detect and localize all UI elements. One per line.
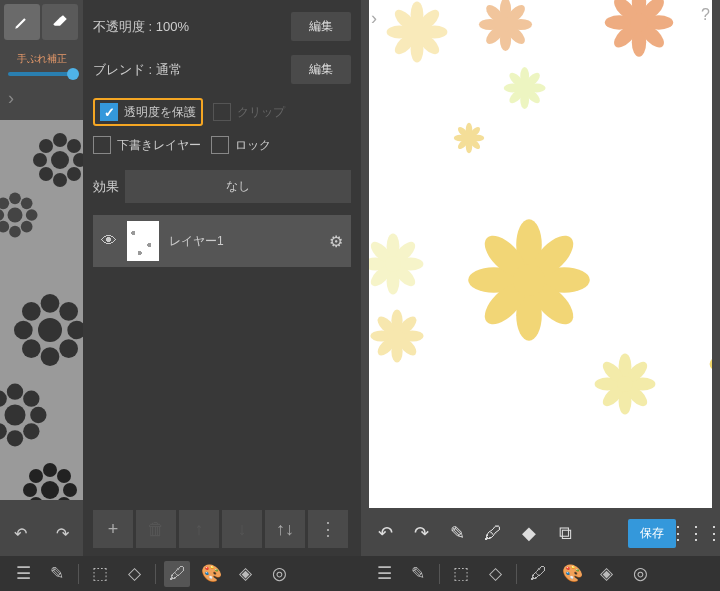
svg-point-32 [23,391,39,407]
brush-tool-button[interactable] [4,4,40,40]
svg-point-34 [23,423,39,439]
layer-thumbnail [127,221,159,261]
edit-icon[interactable]: ✎ [44,561,70,587]
swap-button[interactable]: ↑↓ [265,510,305,548]
grid-icon[interactable]: ⋮⋮⋮ [680,517,712,549]
svg-point-20 [14,321,33,340]
svg-point-14 [21,198,33,210]
undo-icon[interactable]: ↶ [14,524,27,543]
move-down-button[interactable]: ↓ [222,510,262,548]
blend-label: ブレンド : 通常 [93,61,182,79]
svg-point-44 [41,481,59,499]
svg-point-26 [38,318,62,342]
svg-point-19 [41,347,60,366]
layer-panel: 不透明度 : 100% 編集 ブレンド : 通常 編集 透明度を保護 クリップ … [83,0,361,556]
brush-tab-icon-r[interactable]: 🖊 [525,561,551,587]
svg-point-12 [26,209,38,221]
preserve-alpha-label: 透明度を保護 [124,104,196,121]
redo-icon[interactable]: ↷ [56,524,69,543]
svg-point-36 [43,463,57,477]
svg-point-39 [63,483,77,497]
preserve-alpha-checkbox[interactable] [100,103,118,121]
effect-button[interactable]: なし [125,170,351,203]
svg-point-41 [57,469,71,483]
svg-point-2 [33,153,47,167]
svg-point-28 [7,430,23,446]
svg-point-22 [22,302,41,321]
undo-icon[interactable]: ↶ [369,517,401,549]
help-icon[interactable]: ? [701,6,710,24]
svg-point-40 [29,469,43,483]
draft-layer-label: 下書きレイヤー [117,137,201,154]
main-canvas[interactable] [369,0,712,508]
clip-checkbox[interactable] [213,103,231,121]
svg-point-5 [67,139,81,153]
svg-point-43 [57,497,71,500]
clip-label: クリップ [237,104,285,121]
layers-icon-r[interactable]: ◈ [593,561,619,587]
opacity-label: 不透明度 : 100% [93,18,189,36]
svg-point-18 [41,294,60,313]
visibility-icon[interactable]: 👁 [101,232,117,250]
brush-icon[interactable]: 🖊 [477,517,509,549]
layers-icon[interactable]: ◈ [232,561,258,587]
redo-icon[interactable]: ↷ [405,517,437,549]
svg-point-17 [8,208,23,223]
blend-edit-button[interactable]: 編集 [291,55,351,84]
right-expand-chevron[interactable]: › [371,8,377,29]
svg-point-23 [59,302,78,321]
move-up-button[interactable]: ↑ [179,510,219,548]
target-icon-r[interactable]: ◎ [627,561,653,587]
svg-point-3 [73,153,83,167]
svg-point-6 [39,167,53,181]
eraser-tool-button[interactable] [42,4,78,40]
layer-item[interactable]: 👁 レイヤー1 ⚙ [93,215,351,267]
transform-icon[interactable]: ◇ [121,561,147,587]
draft-layer-checkbox[interactable] [93,136,111,154]
svg-point-15 [0,221,9,233]
opacity-edit-button[interactable]: 編集 [291,12,351,41]
svg-point-31 [0,391,7,407]
svg-point-27 [7,384,23,400]
hand-correction-label: 手ぶれ補正 [0,52,83,66]
delete-layer-button[interactable]: 🗑 [136,510,176,548]
more-button[interactable]: ⋮ [308,510,348,548]
palette-icon-r[interactable]: 🎨 [559,561,585,587]
expand-chevron[interactable]: › [8,88,83,109]
svg-point-38 [23,483,37,497]
external-icon[interactable]: ⧉ [549,517,581,549]
lock-checkbox[interactable] [211,136,229,154]
menu-icon-r[interactable]: ☰ [371,561,397,587]
eraser-icon[interactable]: ◆ [513,517,545,549]
transform-icon-r[interactable]: ◇ [482,561,508,587]
svg-point-24 [22,339,41,358]
svg-point-10 [9,226,21,238]
lock-label: ロック [235,137,271,154]
svg-point-42 [29,497,43,500]
left-canvas-preview [0,120,83,500]
menu-icon[interactable]: ☰ [10,561,36,587]
edit-icon-r[interactable]: ✎ [405,561,431,587]
svg-point-4 [39,139,53,153]
target-icon[interactable]: ◎ [266,561,292,587]
svg-point-25 [59,339,78,358]
svg-point-13 [0,198,9,210]
svg-point-8 [51,151,69,169]
svg-point-0 [53,133,67,147]
layer-name: レイヤー1 [169,233,319,250]
svg-point-9 [9,193,21,205]
brush-tab-icon[interactable]: 🖊 [164,561,190,587]
layer-settings-icon[interactable]: ⚙ [329,232,343,251]
svg-point-1 [53,173,67,187]
svg-point-33 [0,423,7,439]
add-layer-button[interactable]: + [93,510,133,548]
svg-point-21 [67,321,83,340]
selection-icon-r[interactable]: ⬚ [448,561,474,587]
svg-point-35 [5,405,26,426]
effect-label: 効果 [93,178,119,196]
selection-icon[interactable]: ⬚ [87,561,113,587]
eyedropper-icon[interactable]: ✎ [441,517,473,549]
svg-point-11 [0,209,4,221]
hand-correction-slider[interactable] [8,72,75,76]
palette-icon[interactable]: 🎨 [198,561,224,587]
